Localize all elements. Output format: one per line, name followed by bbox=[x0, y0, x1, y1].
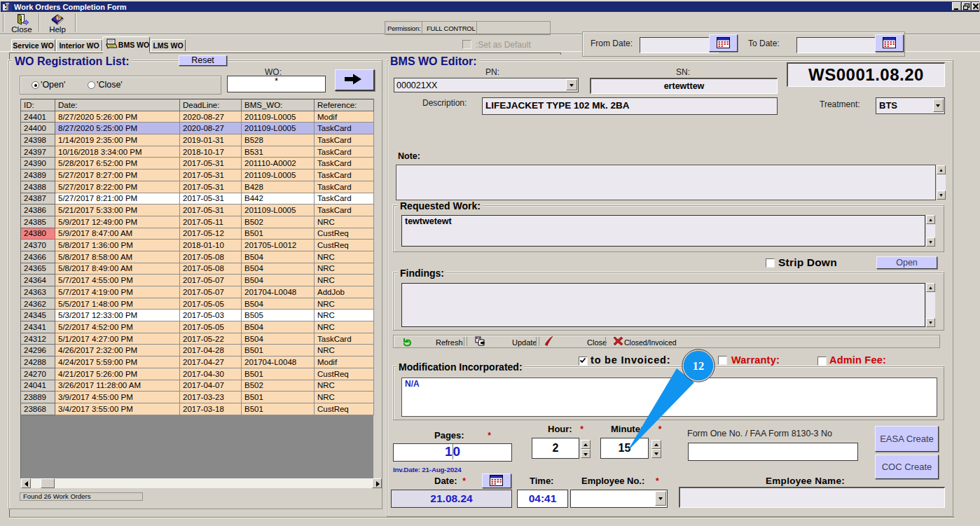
svg-text:12: 12 bbox=[693, 359, 705, 373]
